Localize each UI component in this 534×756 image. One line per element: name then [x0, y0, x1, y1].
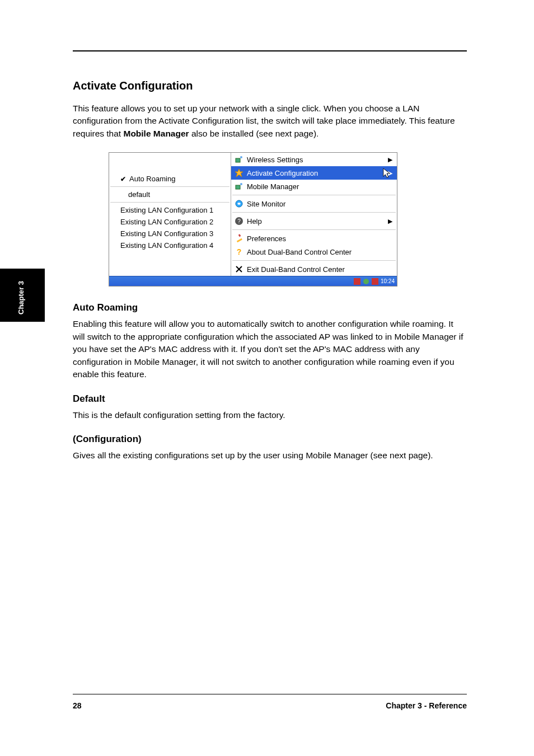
section-title: Activate Configuration — [73, 79, 467, 92]
menu-mobile-manager[interactable]: Mobile Manager — [231, 180, 397, 193]
footer-text: Chapter 3 - Reference — [386, 701, 467, 710]
help-icon: ? — [235, 217, 243, 226]
submenu-config-3[interactable]: Existing LAN Configuration 3 — [109, 228, 231, 240]
menu-separator — [232, 260, 396, 261]
monitor-icon — [235, 199, 243, 208]
submenu-label: Auto Roaming — [129, 175, 175, 183]
subsection-title-configuration: (Configuration) — [73, 434, 467, 445]
menu-wireless-settings[interactable]: Wireless Settings ▶ — [231, 153, 397, 166]
intro-tail: also be installed (see next page). — [189, 129, 319, 138]
subsection-title-default: Default — [73, 393, 467, 405]
wireless-icon — [235, 155, 243, 164]
svg-rect-8 — [237, 238, 242, 243]
svg-rect-13 — [372, 278, 378, 285]
about-icon: ? — [235, 247, 243, 256]
submenu-label: default — [128, 190, 150, 199]
cursor-icon — [382, 167, 392, 180]
menu-exit[interactable]: Exit Dual-Band Control Center — [231, 262, 397, 276]
subsection-body: This is the default configuration settin… — [73, 409, 465, 421]
svg-point-12 — [363, 279, 369, 284]
submenu-arrow-icon: ▶ — [388, 156, 392, 163]
svg-text:?: ? — [237, 247, 242, 256]
top-rule — [73, 50, 467, 51]
footer: 28 Chapter 3 - Reference — [73, 701, 467, 710]
tray-icon[interactable] — [363, 278, 369, 285]
submenu-arrow-icon: ▶ — [388, 218, 392, 225]
menu-label: Activate Configuration — [247, 169, 318, 177]
svg-marker-2 — [235, 169, 243, 177]
subsection-title-auto-roaming: Auto Roaming — [73, 302, 467, 313]
submenu-separator — [110, 186, 229, 187]
menu-separator — [232, 229, 396, 230]
menu-preferences[interactable]: Preferences — [231, 232, 397, 245]
svg-text:?: ? — [237, 218, 241, 224]
exit-icon — [235, 265, 243, 274]
taskbar: 10:24 — [109, 276, 397, 286]
taskbar-time: 10:24 — [381, 278, 395, 284]
footer-rule — [73, 694, 467, 694]
submenu-label: Existing LAN Configuration 4 — [120, 241, 213, 250]
svg-point-1 — [240, 156, 242, 158]
context-menu: Wireless Settings ▶ Activate Configurati… — [231, 153, 397, 276]
chapter-tab-label: Chapter 3 — [17, 281, 25, 314]
submenu-label: Existing LAN Configuration 1 — [120, 206, 213, 214]
menu-label: Preferences — [247, 234, 286, 243]
submenu-config-1[interactable]: Existing LAN Configuration 1 — [109, 204, 231, 216]
menu-help[interactable]: ? Help ▶ — [231, 214, 397, 228]
menu-label: Help — [247, 217, 262, 226]
tray-icon[interactable] — [354, 278, 360, 285]
menu-activate-configuration[interactable]: Activate Configuration ▶ — [231, 166, 397, 180]
intro-bold: Mobile Manager — [123, 129, 189, 138]
activate-icon — [235, 168, 243, 177]
submenu-label: Existing LAN Configuration 3 — [120, 229, 213, 238]
subsection-body: Gives all the existing configurations se… — [73, 449, 465, 462]
subsection-body: Enabling this feature will allow you to … — [73, 318, 465, 381]
menu-label: Site Monitor — [247, 200, 285, 208]
submenu-activate-configuration: ✔ Auto Roaming default Existing LAN Conf… — [109, 153, 231, 276]
svg-rect-3 — [236, 185, 240, 189]
menu-about[interactable]: ? About Dual-Band Control Center — [231, 245, 397, 259]
mobile-icon — [235, 182, 243, 191]
page-content: Activate Configuration This feature allo… — [0, 0, 534, 462]
intro-paragraph: This feature allows you to set up your n… — [73, 102, 465, 140]
svg-rect-9 — [238, 234, 241, 237]
submenu-label: Existing LAN Configuration 2 — [120, 218, 213, 226]
menu-label: Exit Dual-Band Control Center — [247, 265, 345, 274]
submenu-separator — [110, 202, 229, 203]
menu-separator — [232, 195, 396, 195]
menu-label: About Dual-Band Control Center — [247, 248, 352, 256]
screenshot: ✔ Auto Roaming default Existing LAN Conf… — [109, 152, 397, 287]
pref-icon — [235, 234, 243, 243]
submenu-config-2[interactable]: Existing LAN Configuration 2 — [109, 216, 231, 228]
menu-label: Mobile Manager — [247, 182, 299, 191]
submenu-auto-roaming[interactable]: ✔ Auto Roaming — [109, 173, 231, 185]
tray-icon[interactable] — [372, 278, 378, 285]
submenu-default[interactable]: default — [109, 189, 231, 200]
svg-point-4 — [240, 183, 242, 185]
menu-separator — [232, 212, 396, 213]
check-icon: ✔ — [120, 175, 126, 183]
menu-label: Wireless Settings — [247, 156, 303, 164]
menu-site-monitor[interactable]: Site Monitor — [231, 197, 397, 210]
svg-rect-0 — [236, 158, 240, 162]
page-number: 28 — [73, 701, 82, 710]
svg-rect-11 — [354, 278, 360, 285]
submenu-config-4[interactable]: Existing LAN Configuration 4 — [109, 240, 231, 251]
chapter-tab: Chapter 3 — [0, 269, 45, 322]
